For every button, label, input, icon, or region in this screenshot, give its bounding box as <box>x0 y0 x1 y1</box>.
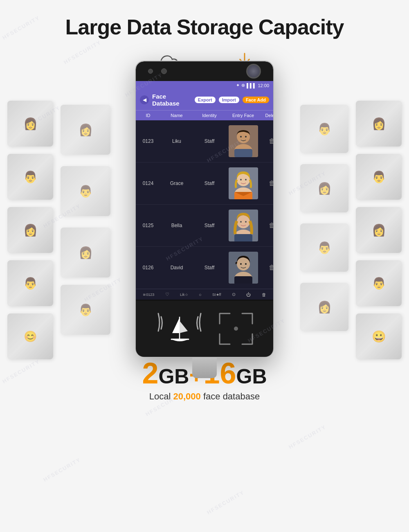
svg-point-23 <box>240 263 242 265</box>
col-id: ID <box>136 110 160 120</box>
face-photo-3 <box>229 210 258 241</box>
face-thumb-16: 👩 <box>300 164 348 212</box>
svg-point-30 <box>234 327 238 331</box>
cell-delete-2[interactable]: 🗑 <box>261 176 274 190</box>
table-row: 0126 David Staff <box>136 247 273 289</box>
device-screen: ✦ ⊗ ▌▌▌ 12:00 ◀ Face Database Export Imp… <box>136 81 273 300</box>
face-thumb-1: 👩 <box>7 101 53 147</box>
face-thumb-13: 👨 <box>356 260 402 306</box>
face-thumb-3: 👩 <box>7 207 53 253</box>
cell-name-1: Liku <box>160 135 193 147</box>
main-content: 👩 👨 👩 👨 😊 👩 👨 👩 👨 👩 👨 👩 👨 😀 👨 👩 👨 👩 <box>0 97 409 342</box>
col-entry-face: Entry Face <box>226 110 261 120</box>
bottom-icon-4: ○ <box>199 292 202 297</box>
face-thumb-8: 👩 <box>61 228 110 277</box>
cell-delete-3[interactable]: 🗑 <box>261 219 274 232</box>
cell-delete-4[interactable]: 🗑 <box>261 261 274 275</box>
camera-dot-2 <box>161 68 167 74</box>
bluetooth-icon: ✦ <box>236 83 240 88</box>
col-identity: Identity <box>193 110 226 120</box>
signal-icon: ▌▌▌ <box>247 83 256 88</box>
export-button[interactable]: Export <box>195 97 216 103</box>
face-scan-frame <box>218 311 254 346</box>
face-thumb-2: 👨 <box>7 154 53 200</box>
bottom-icon-8: 🗑 <box>262 292 266 297</box>
bottom-icon-5: St★ff <box>212 293 221 297</box>
face-count: 20,000 <box>173 391 201 401</box>
svg-point-5 <box>240 136 242 138</box>
delete-icon-4[interactable]: 🗑 <box>269 264 274 271</box>
cell-identity-2: Staff <box>193 177 226 189</box>
status-icons: ✦ ⊗ ▌▌▌ 12:00 <box>236 83 269 88</box>
svg-point-6 <box>245 136 247 138</box>
cell-face-3 <box>226 205 261 246</box>
face-thumb-14: 😀 <box>356 313 402 359</box>
face-photo-4 <box>229 252 258 284</box>
face-thumb-4: 👨 <box>7 260 53 306</box>
svg-rect-7 <box>234 149 252 157</box>
cell-id-4: 0126 <box>136 261 160 274</box>
cell-face-1 <box>226 120 261 162</box>
col-name: Name <box>160 110 193 120</box>
status-bar: ✦ ⊗ ▌▌▌ 12:00 <box>136 81 273 90</box>
back-button[interactable]: ◀ <box>140 95 149 104</box>
description-suffix: face database <box>201 391 260 401</box>
cell-identity-4: Staff <box>193 261 226 274</box>
camera-dot-1 <box>148 69 153 74</box>
face-db-header: ◀ Face Database Export Import Face Add <box>136 90 273 110</box>
table-row: 0125 Bella Staff <box>136 205 273 247</box>
face-thumb-9: 👨 <box>61 285 110 335</box>
face-db-stat: Local 20,000 face database <box>0 391 409 402</box>
face-db-title: Face Database <box>152 93 191 107</box>
device-top <box>136 61 273 81</box>
face-thumb-12: 👩 <box>356 207 402 253</box>
time-display: 12:00 <box>258 83 269 88</box>
cell-face-4 <box>226 247 261 289</box>
svg-point-24 <box>245 263 247 265</box>
cell-id-1: 0123 <box>136 135 160 147</box>
svg-rect-25 <box>234 276 252 284</box>
delete-icon-1[interactable]: 🗑 <box>269 138 274 144</box>
face-thumb-5: 😊 <box>7 313 53 359</box>
description-prefix: Local <box>149 391 173 401</box>
bottom-icon-6: ⊙ <box>232 292 236 297</box>
nfc-area <box>155 309 204 349</box>
face-photo-2 <box>229 167 258 199</box>
import-button[interactable]: Import <box>219 97 239 103</box>
svg-point-18 <box>245 221 247 223</box>
delete-icon-3[interactable]: 🗑 <box>269 222 274 229</box>
svg-point-12 <box>245 179 247 180</box>
svg-point-21 <box>237 257 250 271</box>
cell-face-2 <box>226 162 261 204</box>
delete-icon-2[interactable]: 🗑 <box>269 180 274 187</box>
device-wrapper: ✦ ⊗ ▌▌▌ 12:00 ◀ Face Database Export Imp… <box>135 61 274 378</box>
face-thumb-7: 👨 <box>61 166 110 216</box>
bottom-icon-7: ⏻ <box>246 292 251 297</box>
bottom-icon-3: Lik☆ <box>180 293 188 297</box>
face-thumb-15: 👨 <box>300 105 348 153</box>
cell-name-3: Bella <box>160 219 193 232</box>
face-thumb-11: 👨 <box>356 154 402 200</box>
bottom-icon-2: ♡ <box>165 292 169 297</box>
device-bottom-section <box>136 300 273 357</box>
table-header: ID Name Identity Entry Face Delete <box>136 110 273 120</box>
cell-name-2: Grace <box>160 177 193 189</box>
face-add-button[interactable]: Face Add <box>243 97 269 103</box>
table-row: 0123 Liku Staff <box>136 120 273 162</box>
svg-marker-27 <box>172 318 180 333</box>
face-thumb-17: 👨 <box>300 223 348 272</box>
page-title: Large Data Storage Capacity <box>0 0 409 39</box>
svg-marker-28 <box>180 321 188 333</box>
device-stand <box>192 358 217 378</box>
circle-sensor <box>246 64 261 79</box>
cell-delete-1[interactable]: 🗑 <box>261 134 274 148</box>
cell-identity-3: Staff <box>193 219 226 232</box>
cell-id-2: 0124 <box>136 177 160 189</box>
bottom-icon-1: ≅0123 <box>143 293 154 297</box>
wifi-icon: ⊗ <box>241 83 245 88</box>
svg-point-17 <box>240 221 242 223</box>
screen-bottom-bar: ≅0123 ♡ Lik☆ ○ St★ff ⊙ ⏻ 🗑 <box>136 289 273 300</box>
table-body: 0123 Liku Staff <box>136 120 273 289</box>
svg-point-15 <box>237 215 250 228</box>
face-thumb-10: 👩 <box>356 101 402 147</box>
